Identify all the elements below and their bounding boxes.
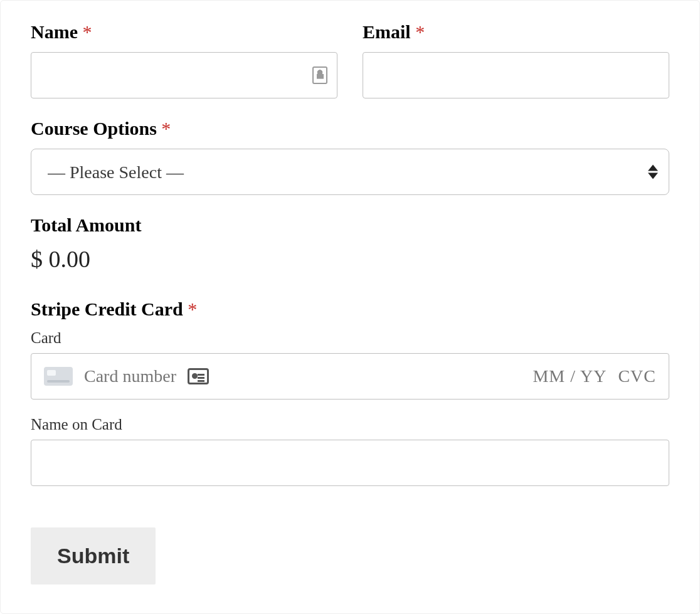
contact-icon	[312, 66, 327, 84]
required-marker: *	[415, 21, 425, 42]
name-input-wrap	[31, 52, 337, 98]
card-right-placeholders: MM / YY CVC	[533, 366, 656, 386]
id-card-icon	[188, 368, 209, 384]
card-input[interactable]: Card number MM / YY CVC	[31, 353, 669, 400]
total-amount-value: $ 0.00	[31, 245, 669, 273]
stripe-label-text: Stripe Credit Card	[31, 299, 183, 319]
name-on-card-sublabel: Name on Card	[31, 416, 669, 433]
email-field-group: Email *	[363, 21, 669, 98]
email-input[interactable]	[363, 52, 669, 98]
name-input[interactable]	[31, 52, 337, 98]
course-section: Course Options * — Please Select —	[31, 117, 669, 195]
row-name-email: Name * Email *	[31, 21, 669, 98]
course-select[interactable]: — Please Select —	[31, 149, 669, 195]
name-label-text: Name	[31, 21, 78, 42]
submit-button[interactable]: Submit	[31, 527, 156, 585]
email-label-text: Email	[363, 21, 411, 42]
course-label: Course Options *	[31, 117, 669, 140]
credit-card-icon	[44, 367, 73, 386]
card-sublabel: Card	[31, 329, 669, 347]
name-field-group: Name *	[31, 21, 337, 98]
total-section: Total Amount $ 0.00	[31, 214, 669, 273]
email-label: Email *	[363, 21, 669, 43]
expiry-placeholder: MM / YY	[533, 366, 607, 386]
required-marker: *	[82, 21, 92, 42]
name-on-card-input[interactable]	[31, 440, 669, 486]
form-container: Name * Email * Course Options * — Please…	[0, 0, 700, 614]
stripe-label: Stripe Credit Card *	[31, 298, 669, 320]
cvc-placeholder: CVC	[618, 366, 656, 386]
name-label: Name *	[31, 21, 337, 43]
card-number-placeholder: Card number	[84, 366, 521, 386]
total-label: Total Amount	[31, 214, 669, 236]
required-marker: *	[188, 299, 197, 319]
stripe-section: Stripe Credit Card * Card Card number MM…	[31, 298, 669, 486]
required-marker: *	[161, 118, 171, 139]
course-select-wrap: — Please Select —	[31, 149, 669, 195]
course-label-text: Course Options	[31, 118, 157, 139]
